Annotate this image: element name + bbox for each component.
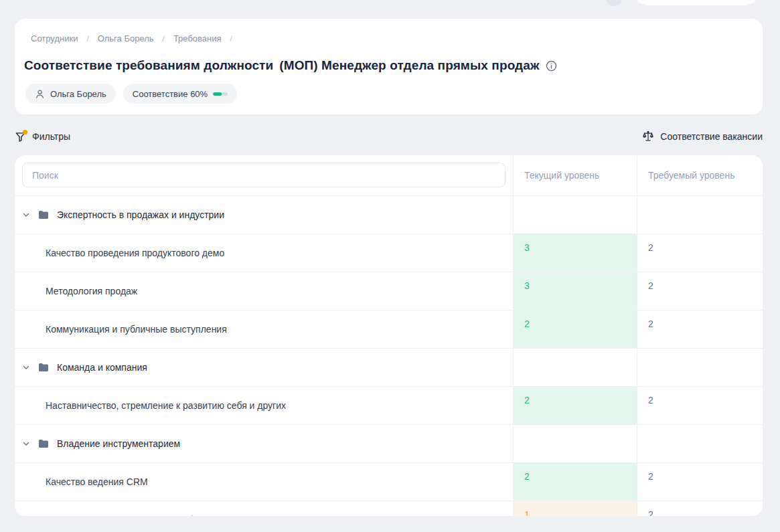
current-level-cell: 3 <box>513 234 637 272</box>
group-label: Владение инструментарием <box>57 438 180 449</box>
competency-row: Качество проведения продуктового демо 3 … <box>15 234 763 272</box>
chevron-down-icon[interactable] <box>22 363 30 371</box>
group-label: Команда и компания <box>57 362 147 373</box>
competency-table: Текущий уровень Требуемый уровень Экспер… <box>15 155 763 516</box>
column-header-current: Текущий уровень <box>513 155 637 195</box>
folder-icon <box>38 210 49 219</box>
info-icon[interactable] <box>546 60 557 72</box>
folder-icon <box>38 363 49 372</box>
breadcrumb: Сотрудники / Ольга Борель / Требования / <box>31 33 747 43</box>
required-level-cell: 2 <box>637 311 763 348</box>
position-title: (МОП) Менеджер отдела прямых продаж <box>279 58 539 72</box>
required-level-cell: 2 <box>637 463 763 501</box>
chevron-down-icon[interactable] <box>22 440 30 448</box>
competency-row: Методология продаж 3 2 <box>15 272 763 310</box>
folder-icon <box>38 439 49 448</box>
breadcrumb-item-requirements[interactable]: Требования <box>173 33 222 43</box>
breadcrumb-separator: / <box>163 34 165 43</box>
competency-row: Качество ведения CRM 2 2 <box>15 462 763 501</box>
search-input[interactable] <box>22 163 505 187</box>
current-level-cell <box>513 425 637 462</box>
table-header-row: Текущий уровень Требуемый уровень <box>15 155 763 195</box>
filters-button[interactable]: Фильтры <box>15 131 70 143</box>
current-level-cell <box>513 349 637 386</box>
match-progress-bar <box>213 92 228 96</box>
current-level-cell: 1 <box>513 501 637 516</box>
competency-label: Качество ведения CRM <box>46 476 148 487</box>
breadcrumb-item-employees[interactable]: Сотрудники <box>31 33 78 43</box>
current-level-cell <box>513 196 637 234</box>
required-level-cell <box>637 196 763 234</box>
employee-chip-label: Ольга Борель <box>50 89 106 99</box>
group-row[interactable]: Владение инструментарием <box>15 424 763 462</box>
filters-badge <box>23 130 27 135</box>
breadcrumb-item-employee-name[interactable]: Ольга Борель <box>98 33 154 43</box>
employee-chip[interactable]: Ольга Борель <box>25 84 116 104</box>
chevron-down-icon[interactable] <box>22 211 30 219</box>
competency-row: Наставничество, стремление к развитию се… <box>15 386 763 424</box>
vacancy-match-label: Соответствие вакансии <box>660 131 763 142</box>
competency-row: Коммуникация и публичные выступления 2 2 <box>15 310 763 348</box>
competency-label: Методология продаж <box>46 286 137 296</box>
vacancy-match-button[interactable]: Соответствие вакансии <box>642 130 763 143</box>
topbar-search-pill[interactable] <box>634 0 759 5</box>
table-toolbar: Фильтры Соответствие вакансии <box>15 127 763 146</box>
page-title: Соответствие требованиям должности(МОП) … <box>24 58 540 73</box>
match-chip-label: Соответствие 60% <box>133 89 208 99</box>
group-row[interactable]: Экспертность в продажах и индустрии <box>15 195 763 234</box>
current-level-cell: 3 <box>513 272 637 310</box>
required-level-cell: 2 <box>637 501 763 516</box>
column-header-required: Требуемый уровень <box>637 155 763 195</box>
match-chip[interactable]: Соответствие 60% <box>123 84 237 104</box>
current-level-cell: 2 <box>513 387 637 424</box>
required-level-cell: 2 <box>637 272 763 310</box>
competency-label: Качество проведения продуктового демо <box>46 248 224 258</box>
search-cell <box>15 155 513 195</box>
breadcrumb-separator: / <box>86 34 88 43</box>
competency-row: Знание продукта с точки зрения бизнес-ко… <box>15 501 763 516</box>
page-header-card: Сотрудники / Ольга Борель / Требования /… <box>15 19 763 114</box>
group-row[interactable]: Команда и компания <box>15 348 763 386</box>
competency-label: Коммуникация и публичные выступления <box>46 324 227 335</box>
required-level-cell <box>637 425 763 462</box>
required-level-cell: 2 <box>637 234 763 272</box>
current-level-cell: 2 <box>513 463 637 501</box>
topbar-icon-button[interactable] <box>605 0 623 6</box>
breadcrumb-separator: / <box>230 34 232 43</box>
competency-label: Наставничество, стремление к развитию се… <box>46 400 286 411</box>
scales-icon <box>642 130 654 143</box>
person-icon <box>35 89 45 99</box>
required-level-cell <box>637 349 763 386</box>
group-label: Экспертность в продажах и индустрии <box>57 209 224 220</box>
current-level-cell: 2 <box>513 311 637 348</box>
required-level-cell: 2 <box>637 387 763 424</box>
filters-label: Фильтры <box>32 131 70 142</box>
competency-label: Знание продукта с точки зрения бизнес-ко… <box>46 515 335 516</box>
